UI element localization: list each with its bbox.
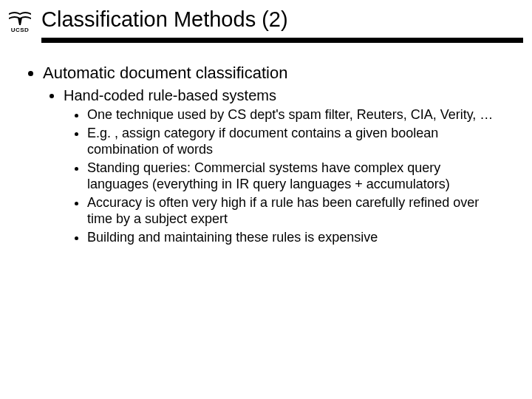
slide-header: UCSD Classification Methods (2) <box>0 0 532 43</box>
title-underline <box>41 38 523 43</box>
slide-title: Classification Methods (2) <box>41 7 532 32</box>
bullet-text: One technique used by CS dept's spam fil… <box>87 107 493 122</box>
bullet-text: E.g. , assign category if document conta… <box>87 126 438 157</box>
slide-content: Automatic document classification Hand-c… <box>0 43 532 246</box>
bullet-list-level3: One technique used by CS dept's spam fil… <box>64 107 502 246</box>
list-item: One technique used by CS dept's spam fil… <box>87 107 502 123</box>
bullet-text: Standing queries: Commercial systems hav… <box>87 160 450 191</box>
list-item: Building and maintaining these rules is … <box>87 230 502 246</box>
trident-icon <box>7 10 33 25</box>
list-item: Hand-coded rule-based systems One techni… <box>64 87 502 246</box>
bullet-text: Hand-coded rule-based systems <box>64 87 276 103</box>
list-item: Accuracy is often very high if a rule ha… <box>87 195 502 228</box>
list-item: Automatic document classification Hand-c… <box>43 64 502 246</box>
logo-label: UCSD <box>7 27 33 33</box>
list-item: E.g. , assign category if document conta… <box>87 126 502 158</box>
bullet-list-level2: Hand-coded rule-based systems One techni… <box>43 87 502 246</box>
bullet-text: Accuracy is often very high if a rule ha… <box>87 195 479 226</box>
bullet-text: Building and maintaining these rules is … <box>87 230 378 245</box>
ucsd-logo: UCSD <box>7 10 33 33</box>
list-item: Standing queries: Commercial systems hav… <box>87 160 502 193</box>
bullet-text: Automatic document classification <box>43 64 287 82</box>
bullet-list-level1: Automatic document classification Hand-c… <box>30 64 502 246</box>
